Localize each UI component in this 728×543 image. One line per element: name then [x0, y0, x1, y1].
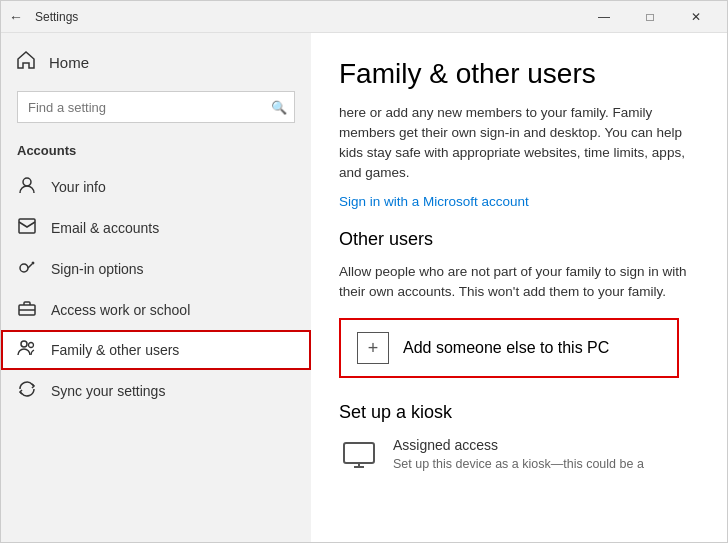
back-button[interactable]: ← — [9, 10, 23, 24]
assigned-access-title: Assigned access — [393, 437, 644, 453]
sidebar: Home 🔍 Accounts Your info — [1, 33, 311, 542]
sidebar-item-label: Access work or school — [51, 302, 190, 318]
sidebar-item-access-work[interactable]: Access work or school — [1, 290, 311, 330]
svg-point-0 — [23, 178, 31, 186]
sidebar-item-label: Email & accounts — [51, 220, 159, 236]
home-icon — [17, 51, 35, 73]
sidebar-item-family-other[interactable]: Family & other users — [1, 330, 311, 370]
window-controls: — □ ✕ — [581, 1, 719, 33]
svg-point-6 — [29, 343, 34, 348]
maximize-button[interactable]: □ — [627, 1, 673, 33]
other-users-description: Allow people who are not part of your fa… — [339, 262, 699, 303]
close-button[interactable]: ✕ — [673, 1, 719, 33]
main-panel: Family & other users here or add any new… — [311, 33, 727, 542]
title-bar: ← Settings — □ ✕ — [1, 1, 727, 33]
page-title: Family & other users — [339, 57, 699, 91]
title-bar-label: Settings — [35, 10, 581, 24]
assigned-access-desc: Set up this device as a kiosk—this could… — [393, 456, 644, 474]
sidebar-item-your-info[interactable]: Your info — [1, 166, 311, 208]
plus-icon: + — [357, 332, 389, 364]
sidebar-item-home[interactable]: Home — [1, 41, 311, 83]
main-description: here or add any new members to your fami… — [339, 103, 699, 184]
sidebar-item-label: Family & other users — [51, 342, 179, 358]
sidebar-item-label: Sync your settings — [51, 383, 165, 399]
add-user-button[interactable]: + Add someone else to this PC — [339, 318, 679, 378]
search-input[interactable] — [17, 91, 295, 123]
briefcase-icon — [17, 300, 37, 320]
add-user-label: Add someone else to this PC — [403, 339, 609, 357]
kiosk-heading: Set up a kiosk — [339, 402, 699, 423]
sidebar-item-sync-settings[interactable]: Sync your settings — [1, 370, 311, 412]
microsoft-account-link[interactable]: Sign in with a Microsoft account — [339, 194, 699, 209]
sidebar-item-email-accounts[interactable]: Email & accounts — [1, 208, 311, 248]
key-icon — [17, 258, 37, 280]
monitor-icon — [339, 437, 379, 477]
svg-point-2 — [20, 264, 28, 272]
sidebar-item-signin-options[interactable]: Sign-in options — [1, 248, 311, 290]
content-area: Home 🔍 Accounts Your info — [1, 33, 727, 542]
sidebar-item-label: Your info — [51, 179, 106, 195]
minimize-button[interactable]: — — [581, 1, 627, 33]
email-icon — [17, 218, 37, 238]
other-users-heading: Other users — [339, 229, 699, 250]
settings-window: ← Settings — □ ✕ Home 🔍 — [0, 0, 728, 543]
kiosk-assigned-access[interactable]: Assigned access Set up this device as a … — [339, 437, 699, 477]
sidebar-item-label: Sign-in options — [51, 261, 144, 277]
home-label: Home — [49, 54, 89, 71]
search-container: 🔍 — [17, 91, 295, 123]
svg-point-5 — [21, 341, 27, 347]
search-icon: 🔍 — [271, 100, 287, 115]
sidebar-section-title: Accounts — [1, 139, 311, 166]
svg-rect-1 — [19, 219, 35, 233]
family-icon — [17, 340, 37, 360]
kiosk-text: Assigned access Set up this device as a … — [393, 437, 644, 474]
person-icon — [17, 176, 37, 198]
sync-icon — [17, 380, 37, 402]
svg-rect-7 — [344, 443, 374, 463]
